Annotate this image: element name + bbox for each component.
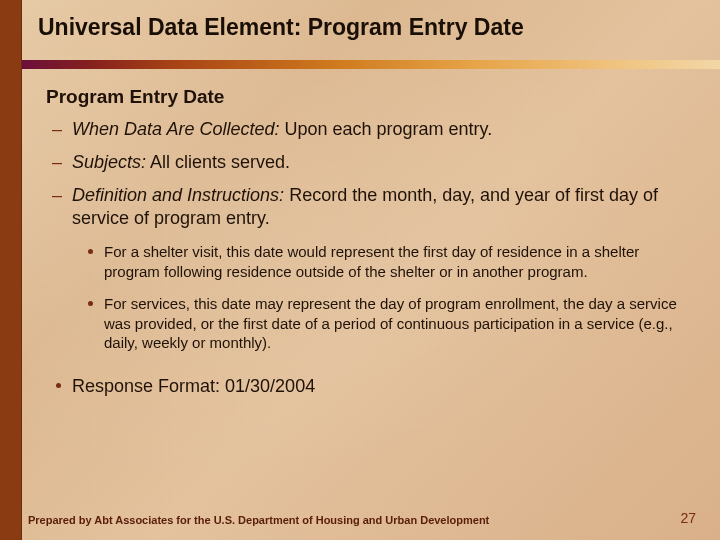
slide-title: Universal Data Element: Program Entry Da… [38,14,700,40]
title-area: Universal Data Element: Program Entry Da… [38,14,700,40]
footer: Prepared by Abt Associates for the U.S. … [28,510,696,526]
bullet-lead: Subjects: [72,152,146,172]
bullet-when-collected: When Data Are Collected: Upon each progr… [72,118,696,141]
gradient-underline [22,60,720,69]
footer-text: Prepared by Abt Associates for the U.S. … [28,514,489,526]
bullet-text: Upon each program entry. [279,119,492,139]
bullet-text: All clients served. [146,152,290,172]
subbullet-shelter: For a shelter visit, this date would rep… [104,242,696,282]
bullet-subjects: Subjects: All clients served. [72,151,696,174]
content-area: Program Entry Date When Data Are Collect… [46,86,696,398]
bullet-definition: Definition and Instructions: Record the … [72,184,696,230]
section-title: Program Entry Date [46,86,696,108]
bullet-lead: Definition and Instructions: [72,185,284,205]
bullet-response-format: Response Format: 01/30/2004 [72,375,696,398]
bullet-lead: When Data Are Collected: [72,119,279,139]
page-number: 27 [680,510,696,526]
left-accent-bar [0,0,22,540]
subbullet-services: For services, this date may represent th… [104,294,696,353]
